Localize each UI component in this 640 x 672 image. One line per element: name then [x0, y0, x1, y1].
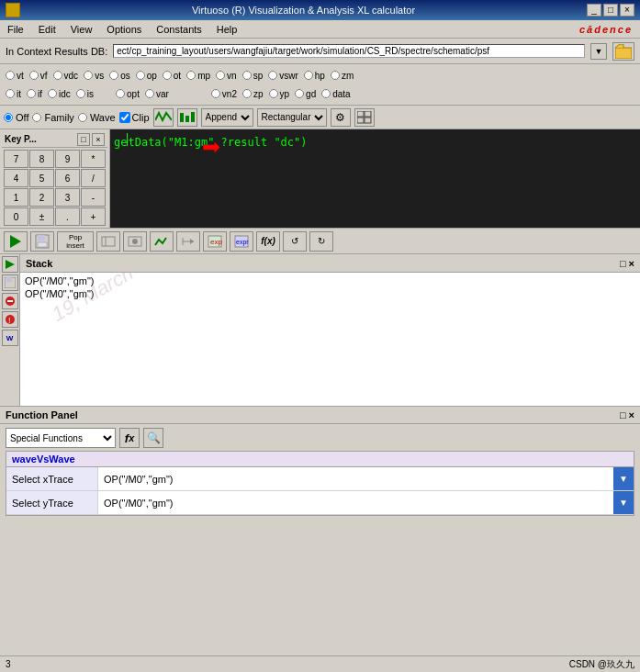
- radio-data[interactable]: [321, 89, 331, 98]
- minimize-button[interactable]: _: [587, 4, 601, 17]
- radio-opt[interactable]: [116, 89, 125, 98]
- radio-yp[interactable]: [269, 89, 278, 98]
- y-trace-label: Select yTrace: [6, 491, 98, 514]
- radio-vswr[interactable]: [268, 71, 277, 80]
- kp-minus[interactable]: -: [81, 188, 106, 207]
- maximize-button[interactable]: □: [603, 4, 618, 17]
- mini-redo-button[interactable]: ↻: [309, 231, 333, 252]
- mini-icon-1[interactable]: [96, 231, 120, 252]
- kp-1[interactable]: 1: [4, 188, 28, 207]
- kp-plus[interactable]: +: [81, 207, 106, 226]
- radio-op[interactable]: [136, 71, 145, 80]
- kp-0[interactable]: 0: [4, 207, 28, 226]
- radio-gd[interactable]: [295, 89, 304, 98]
- toolbar-icon-wave[interactable]: [153, 108, 174, 127]
- mini-icon-5[interactable]: expr: [203, 231, 227, 252]
- radio-var[interactable]: [145, 89, 154, 98]
- radio-wave[interactable]: [78, 113, 87, 122]
- side-icon-wave[interactable]: W: [2, 330, 18, 346]
- window-controls[interactable]: _ □ ×: [587, 4, 634, 17]
- radio-it[interactable]: [6, 89, 15, 98]
- mini-play-button[interactable]: [4, 231, 28, 252]
- menu-help[interactable]: Help: [213, 23, 241, 36]
- kp-3[interactable]: 3: [55, 188, 80, 207]
- results-folder-button[interactable]: [612, 42, 634, 61]
- kp-6[interactable]: 6: [55, 169, 80, 187]
- radio-idc[interactable]: [48, 89, 57, 98]
- side-icon-save[interactable]: [2, 274, 18, 291]
- kp-2[interactable]: 2: [29, 188, 54, 207]
- svg-marker-8: [10, 235, 21, 248]
- function-fx-button[interactable]: fx: [119, 428, 140, 448]
- radio-is[interactable]: [76, 89, 85, 98]
- kp-5[interactable]: 5: [29, 169, 54, 187]
- menu-file[interactable]: File: [4, 23, 28, 36]
- wave-label: Wave: [90, 112, 116, 123]
- results-dropdown-button[interactable]: ▼: [590, 43, 607, 60]
- kp-dot[interactable]: .: [55, 207, 80, 226]
- clip-label: Clip: [132, 112, 150, 123]
- close-button[interactable]: ×: [620, 4, 634, 17]
- function-dropdown[interactable]: Special Functions: [6, 428, 116, 448]
- menu-options[interactable]: Options: [103, 23, 145, 36]
- radio-vf[interactable]: [29, 71, 39, 80]
- rectangular-select[interactable]: Rectangular: [257, 108, 327, 127]
- mini-icon-4[interactable]: [176, 231, 200, 252]
- function-search-button[interactable]: 🔍: [143, 428, 163, 448]
- clip-checkbox[interactable]: [119, 112, 130, 123]
- mini-save-button[interactable]: [30, 231, 54, 252]
- expression-area[interactable]: getData("M1:gm" ?result "dc") ➡: [110, 129, 640, 228]
- side-icon-run[interactable]: [2, 256, 18, 273]
- radio-family[interactable]: [32, 113, 41, 122]
- wave-vs-wave-title[interactable]: waveVsWave: [6, 452, 634, 467]
- stack-item-0[interactable]: OP("/M0","gm"): [22, 274, 638, 287]
- mini-icon-2[interactable]: [123, 231, 147, 252]
- radio-os[interactable]: [109, 71, 118, 80]
- func-panel-expand-icon[interactable]: □: [620, 409, 626, 420]
- radio-vdc[interactable]: [53, 71, 62, 80]
- radio-if[interactable]: [27, 89, 36, 98]
- radio-off[interactable]: [4, 113, 13, 122]
- mini-icon-6[interactable]: expr: [230, 231, 253, 252]
- kp-8[interactable]: 8: [29, 150, 54, 168]
- toolbar-icon-bar[interactable]: [177, 108, 197, 127]
- mini-pop-insert-button[interactable]: Popinsert: [57, 231, 94, 252]
- x-trace-row: Select xTrace OP("/M0","gm") ▼: [6, 467, 634, 491]
- menu-edit[interactable]: Edit: [35, 23, 60, 36]
- radio-sp[interactable]: [242, 71, 252, 80]
- grid-icon[interactable]: [354, 108, 375, 127]
- kp-divide[interactable]: /: [81, 169, 106, 187]
- keypad-close-icon[interactable]: ×: [92, 133, 105, 146]
- radio-vn2[interactable]: [211, 89, 220, 98]
- radio-vt[interactable]: [6, 71, 15, 80]
- gear-icon[interactable]: ⚙: [331, 108, 351, 127]
- radio-vs[interactable]: [84, 71, 93, 80]
- stack-expand-icon[interactable]: □: [620, 258, 626, 269]
- mini-icon-3[interactable]: [150, 231, 174, 252]
- stack-item-1[interactable]: OP("/M0","gm"): [22, 287, 638, 300]
- kp-plusminus[interactable]: ±: [29, 207, 54, 226]
- radio-ot[interactable]: [163, 71, 172, 80]
- append-select[interactable]: Append: [201, 108, 253, 127]
- svg-rect-12: [102, 237, 115, 246]
- mini-undo-button[interactable]: ↺: [283, 231, 307, 252]
- func-panel-close-icon[interactable]: ×: [629, 409, 634, 420]
- x-trace-dropdown[interactable]: ▼: [613, 467, 634, 490]
- y-trace-dropdown[interactable]: ▼: [613, 491, 634, 514]
- stack-close-icon[interactable]: ×: [629, 258, 634, 269]
- keypad-expand-icon[interactable]: □: [77, 133, 90, 146]
- kp-9[interactable]: 9: [55, 150, 80, 168]
- radio-zm[interactable]: [331, 71, 340, 80]
- menu-constants[interactable]: Constants: [152, 23, 206, 36]
- side-icon-info[interactable]: !: [2, 311, 18, 328]
- radio-vn[interactable]: [216, 71, 225, 80]
- menu-view[interactable]: View: [67, 23, 96, 36]
- radio-hp[interactable]: [304, 71, 313, 80]
- radio-zp[interactable]: [242, 89, 252, 98]
- radio-mp[interactable]: [186, 71, 196, 80]
- kp-7[interactable]: 7: [4, 150, 28, 168]
- mini-fx-button[interactable]: f(x): [256, 231, 280, 252]
- kp-4[interactable]: 4: [4, 169, 28, 187]
- kp-multiply[interactable]: *: [81, 150, 106, 168]
- side-icon-delete[interactable]: [2, 293, 18, 309]
